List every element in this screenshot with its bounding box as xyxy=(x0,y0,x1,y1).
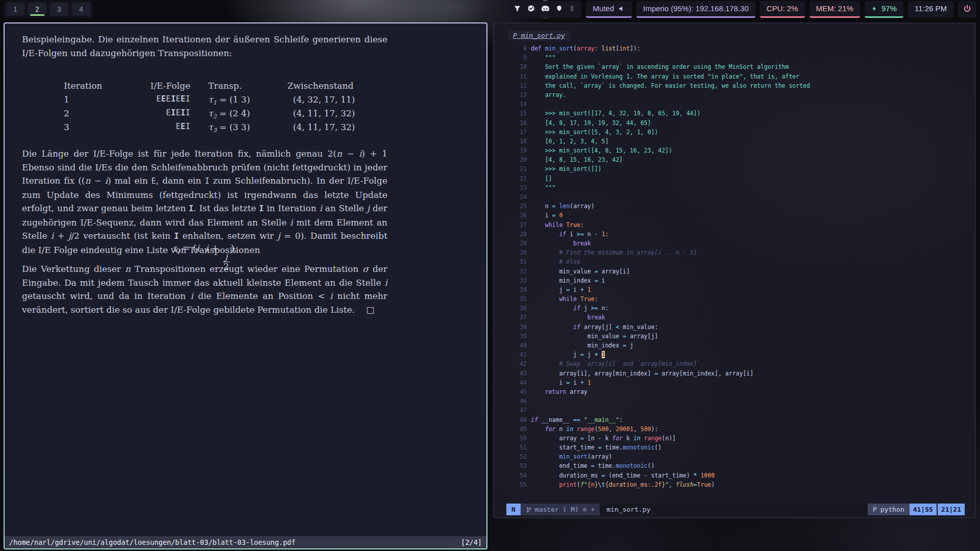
memory-indicator[interactable]: MEM: 21% xyxy=(810,1,860,18)
code-token xyxy=(531,305,573,312)
code-token xyxy=(584,286,587,293)
code-token: for xyxy=(545,425,556,433)
text-segment: I xyxy=(259,204,264,213)
language-indicator: P python xyxy=(868,504,910,515)
code-token: , xyxy=(633,425,641,433)
code-token: = xyxy=(623,342,626,349)
line-number: 45 xyxy=(506,387,527,396)
code-token xyxy=(531,221,545,229)
git-branch-icon xyxy=(526,506,532,513)
code-token: [4, 8, 17, 19, 19, 32, 44, 65] xyxy=(531,119,651,127)
pdf-file-path: /home/narl/gdrive/uni/algodat/loesungen/… xyxy=(9,538,296,546)
code-area[interactable]: 8def min_sort(array: list[int]):9 """10 … xyxy=(506,44,973,489)
code-token: for xyxy=(612,435,623,442)
code-token: : xyxy=(580,221,584,229)
shield-icon[interactable] xyxy=(556,5,562,12)
code-token: if xyxy=(573,305,580,312)
code-line: 11 explained in Vorlesung 1. The array i… xyxy=(506,72,973,81)
code-line: 37 break xyxy=(506,313,973,322)
editor-tab[interactable]: P min_sort.py xyxy=(508,31,570,40)
code-token: j xyxy=(531,351,580,358)
code-token xyxy=(531,481,559,488)
code-line: 25 n = len(array) xyxy=(506,202,973,211)
code-token: 20001 xyxy=(616,425,633,433)
code-line: 41 j = j + 1 xyxy=(506,350,973,359)
line-number: 21 xyxy=(506,164,527,173)
clock[interactable]: 11:26 PM xyxy=(908,1,953,18)
code-line: 13 array. xyxy=(506,90,973,99)
workspace-button-4[interactable]: 4 xyxy=(72,3,90,16)
code-token: monotonic xyxy=(623,444,654,451)
code-token: k xyxy=(623,435,633,442)
code-line: 17 >>> min_sort([5, 4, 3, 2, 1, 0]) xyxy=(506,128,973,137)
cpu-indicator[interactable]: CPU: 2% xyxy=(760,1,805,18)
check-circle-icon[interactable] xyxy=(527,5,535,12)
code-token: ( xyxy=(577,481,580,488)
cell-transposition: τ1 = (1 3) xyxy=(208,94,250,106)
line-number: 42 xyxy=(506,359,527,368)
ie-char: E xyxy=(176,108,181,117)
text-segment: □ xyxy=(366,305,374,315)
tau-symbol: τ xyxy=(208,122,213,132)
line-content: array = [n - k for k in range(n)] xyxy=(531,434,676,443)
bluetooth-icon[interactable] xyxy=(569,5,575,12)
code-token: : xyxy=(619,416,623,423)
text-segment: enhalten, setzen wir xyxy=(179,231,278,241)
workspace-button-3[interactable]: 3 xyxy=(50,3,68,16)
line-number: 48 xyxy=(506,415,527,424)
workspace-button-1[interactable]: 1 xyxy=(6,3,24,16)
code-token: + xyxy=(595,351,598,358)
code-line: 45 return array xyxy=(506,387,973,396)
line-content: while True: xyxy=(531,294,598,304)
line-number: 49 xyxy=(506,424,527,434)
battery-indicator[interactable]: 97% xyxy=(865,1,903,18)
code-token: int xyxy=(619,45,630,52)
code-token xyxy=(531,240,573,247)
code-token: """ xyxy=(531,54,555,61)
power-button[interactable] xyxy=(958,1,976,18)
code-token: array[j] xyxy=(580,323,616,331)
line-number: 28 xyxy=(506,230,527,239)
code-token: "__main__" xyxy=(584,416,619,423)
line-number: 26 xyxy=(506,211,527,220)
code-token: ): xyxy=(651,425,658,433)
line-number: 17 xyxy=(506,128,527,137)
code-token: (array) xyxy=(587,453,612,460)
discord-icon[interactable] xyxy=(541,5,550,12)
line-number: 18 xyxy=(506,137,527,146)
code-token: array[i], array[min_index] xyxy=(531,370,654,377)
line-number: 34 xyxy=(506,285,527,294)
funnel-icon[interactable] xyxy=(513,5,521,12)
pdf-page-indicator: [2/4] xyxy=(461,538,482,546)
workspace-button-2[interactable]: 2 xyxy=(28,3,46,16)
code-token: while xyxy=(545,221,563,229)
line-content: i = i + 1 xyxy=(531,378,591,387)
formula-close: ). xyxy=(231,243,237,254)
code-token: >>> min_sort([17, 4, 32, 19, 8, 65, 19, … xyxy=(531,110,700,117)
line-number: 12 xyxy=(506,81,527,90)
code-line: 30 # Find the minimum in array[i .. n - … xyxy=(506,248,973,257)
line-content: array[i], array[min_index] = array[min_i… xyxy=(531,369,753,378)
code-line: 26 i = 0 xyxy=(506,211,973,220)
line-content: >>> min_sort([4, 8, 15, 16, 23, 42]) xyxy=(531,146,672,155)
lightning-icon xyxy=(871,5,877,12)
code-line: 27 while True: xyxy=(506,220,973,230)
code-token: i xyxy=(566,231,577,238)
code-line: 54 duration_ms = (end_time - start_time)… xyxy=(506,471,973,480)
code-token: >>> min_sort([]) xyxy=(531,165,601,172)
network-indicator[interactable]: Imperio (95%): 192.168.178.30 xyxy=(636,1,755,18)
line-number: 8 xyxy=(506,44,527,53)
code-token: >>> min_sort([4, 8, 15, 16, 23, 42]) xyxy=(531,147,672,154)
ie-char: E xyxy=(156,94,161,104)
code-token xyxy=(531,388,545,395)
line-content: array. xyxy=(531,90,566,99)
text-segment: I xyxy=(205,177,209,186)
cell-ie-sequence: EEEIEEI xyxy=(107,94,190,104)
code-token: ( xyxy=(595,425,598,433)
cpu-label: CPU: 2% xyxy=(767,4,798,13)
volume-indicator[interactable]: Muted xyxy=(586,1,632,18)
code-token: True xyxy=(697,481,712,488)
code-line: 23 """ xyxy=(506,183,973,192)
line-content: start_time = time.monotonic() xyxy=(531,443,662,452)
pdf-viewer[interactable]: Beispieleingabe. Die einzelnen Iteration… xyxy=(5,23,486,548)
